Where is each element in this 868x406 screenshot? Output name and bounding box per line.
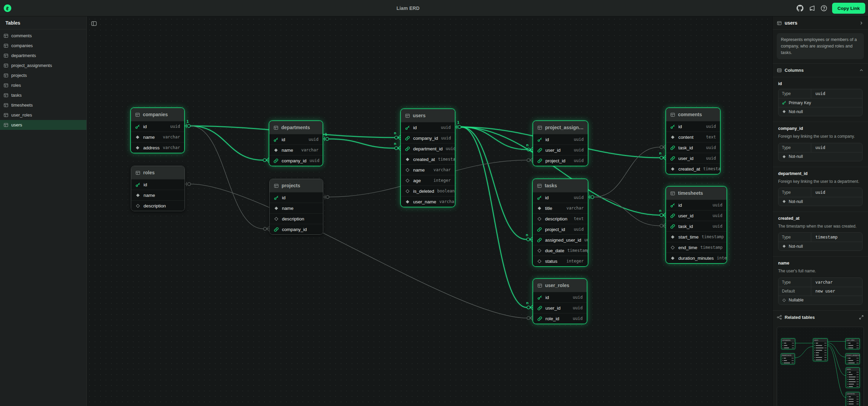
- minimap-table-row: [781, 357, 795, 359]
- erd-table-roles[interactable]: rolesidnamedescription: [131, 166, 185, 211]
- copy-link-button[interactable]: Copy Link: [832, 3, 865, 14]
- erd-column-row[interactable]: iduuid: [533, 292, 587, 302]
- sidebar-item-user_roles[interactable]: user_roles: [0, 110, 86, 120]
- erd-column-row[interactable]: user_iduuid: [666, 210, 727, 221]
- erd-table-departments[interactable]: departmentsiduuidnamevarcharcompany_iduu…: [269, 121, 323, 166]
- erd-column-row[interactable]: namevarchar: [401, 164, 455, 175]
- erd-column-type: uuid: [441, 125, 451, 130]
- erd-table-header: users: [401, 109, 455, 122]
- erd-column-row[interactable]: iduuid: [269, 134, 323, 145]
- erd-canvas[interactable]: 1n1n1nnnnn companiesiduuidnamevarcharadd…: [87, 16, 772, 406]
- erd-column-row[interactable]: contenttext: [666, 132, 720, 142]
- detail-attr-label: Default: [778, 287, 811, 296]
- table-icon: [3, 73, 9, 78]
- erd-column-name: user_id: [678, 213, 709, 218]
- erd-column-row[interactable]: due_datetimestamp: [533, 245, 588, 256]
- minimap-table-project_assignments: project_assignments: [845, 353, 860, 364]
- erd-table-companies[interactable]: companiesiduuidnamevarcharaddressvarchar: [131, 108, 185, 153]
- erd-column-row[interactable]: user_namevarchar: [401, 196, 455, 207]
- liam-logo-icon[interactable]: ℓ: [4, 4, 11, 12]
- erd-table-projects[interactable]: projectsidnamedescriptioncompany_id: [269, 179, 323, 235]
- erd-column-row[interactable]: iduuid: [533, 134, 588, 145]
- related-tables-header[interactable]: Related tables: [773, 310, 868, 324]
- erd-column-row[interactable]: department_iduuid: [401, 143, 455, 154]
- columns-section-header[interactable]: Columns: [773, 63, 868, 77]
- erd-column-row[interactable]: created_attimestamp: [666, 163, 720, 174]
- erd-column-row[interactable]: project_iduuid: [533, 155, 588, 166]
- erd-column-row[interactable]: company_iduuid: [269, 155, 323, 166]
- erd-column-row[interactable]: statusinteger: [533, 256, 588, 266]
- erd-column-name: project_id: [545, 227, 571, 232]
- erd-column-row[interactable]: user_iduuid: [533, 302, 587, 313]
- top-bar: ℓ Liam ERD Copy Link: [0, 0, 868, 16]
- erd-column-row[interactable]: project_iduuid: [533, 224, 588, 234]
- minimap-table-row: [813, 342, 827, 344]
- erd-column-row[interactable]: company_id: [270, 224, 323, 234]
- expand-icon[interactable]: [859, 315, 864, 320]
- erd-column-row[interactable]: iduuid: [401, 122, 455, 133]
- link-icon: [670, 224, 675, 229]
- erd-column-row[interactable]: descriptiontext: [533, 213, 588, 224]
- sidebar-item-comments[interactable]: comments: [0, 31, 86, 41]
- panel-left-toggle-icon[interactable]: [91, 21, 98, 27]
- erd-table-user_roles[interactable]: user_rolesiduuiduser_iduuidrole_iduuid: [533, 279, 587, 324]
- erd-column-name: project_id: [545, 158, 571, 163]
- erd-column-row[interactable]: task_iduuid: [666, 221, 727, 231]
- erd-column-row[interactable]: assigned_user_iduuid: [533, 234, 588, 245]
- erd-column-row[interactable]: iduuid: [533, 192, 588, 203]
- erd-column-row[interactable]: task_iduuid: [666, 142, 720, 153]
- erd-column-row[interactable]: iduuid: [666, 121, 720, 132]
- erd-table-project_assignments[interactable]: project_assignmentsiduuiduser_iduuidproj…: [533, 121, 588, 166]
- erd-column-row[interactable]: user_iduuid: [533, 145, 588, 155]
- erd-column-row[interactable]: titlevarchar: [533, 203, 588, 213]
- erd-table-tasks[interactable]: tasksiduuidtitlevarchardescriptiontextpr…: [532, 179, 588, 267]
- panel-close-icon[interactable]: [859, 21, 864, 26]
- sidebar-item-roles[interactable]: roles: [0, 80, 86, 90]
- detail-header: users: [773, 16, 868, 30]
- minimap-row-bar: [816, 348, 824, 349]
- erd-column-name: name: [282, 206, 319, 211]
- minimap-table-name: tasks: [846, 368, 859, 371]
- chevron-up-icon[interactable]: [859, 68, 864, 73]
- erd-column-row[interactable]: iduuid: [666, 200, 727, 210]
- github-icon[interactable]: [796, 4, 804, 12]
- erd-column-row[interactable]: company_iduuid: [401, 133, 455, 143]
- erd-table-comments[interactable]: commentsiduuidcontenttexttask_iduuiduser…: [666, 108, 720, 174]
- sidebar-item-users[interactable]: users: [0, 120, 86, 130]
- sidebar-item-timesheets[interactable]: timesheets: [0, 100, 86, 110]
- sidebar-item-departments[interactable]: departments: [0, 51, 86, 60]
- minimap-table-comments: comments: [846, 392, 860, 406]
- erd-column-row[interactable]: ageinteger: [401, 175, 455, 186]
- erd-column-row[interactable]: role_iduuid: [533, 313, 587, 324]
- erd-column-row[interactable]: end_timetimestamp: [666, 242, 727, 253]
- erd-column-row[interactable]: id: [131, 179, 185, 190]
- erd-table-users[interactable]: usersiduuidcompany_iduuiddepartment_iduu…: [401, 109, 455, 207]
- help-icon[interactable]: [820, 4, 828, 12]
- sidebar-item-project_assignments[interactable]: project_assignments: [0, 60, 86, 70]
- minimap-row-type-bar: [856, 348, 859, 349]
- erd-column-row[interactable]: description: [131, 200, 185, 211]
- erd-column-row[interactable]: addressvarchar: [131, 142, 184, 153]
- related-tables-minimap[interactable]: companiesdepartmentsusersuser_rolesproje…: [777, 327, 864, 406]
- erd-column-row[interactable]: duration_minutesinteger: [666, 253, 727, 263]
- erd-column-row[interactable]: created_attimestamp: [401, 154, 455, 164]
- erd-column-row[interactable]: user_iduuid: [666, 153, 720, 163]
- erd-column-row[interactable]: is_deletedboolean: [401, 186, 455, 196]
- sidebar-header: Tables: [0, 16, 86, 29]
- erd-column-row[interactable]: start_timetimestamp: [666, 231, 727, 242]
- erd-column-row[interactable]: name: [131, 190, 185, 200]
- svg-text:n: n: [526, 143, 529, 147]
- erd-column-row[interactable]: iduuid: [131, 121, 184, 132]
- erd-column-row[interactable]: description: [270, 213, 323, 224]
- erd-column-name: id: [282, 195, 319, 200]
- erd-column-row[interactable]: namevarchar: [131, 132, 184, 142]
- erd-column-row[interactable]: id: [270, 192, 323, 203]
- erd-table-timesheets[interactable]: timesheetsiduuiduser_iduuidtask_iduuidst…: [666, 186, 727, 263]
- erd-column-row[interactable]: name: [270, 203, 323, 213]
- erd-column-row[interactable]: namevarchar: [269, 145, 323, 155]
- megaphone-icon[interactable]: [808, 4, 816, 12]
- sidebar-item-tasks[interactable]: tasks: [0, 90, 86, 100]
- minimap-row-dot: [782, 363, 783, 364]
- sidebar-item-projects[interactable]: projects: [0, 70, 86, 80]
- sidebar-item-companies[interactable]: companies: [0, 41, 86, 51]
